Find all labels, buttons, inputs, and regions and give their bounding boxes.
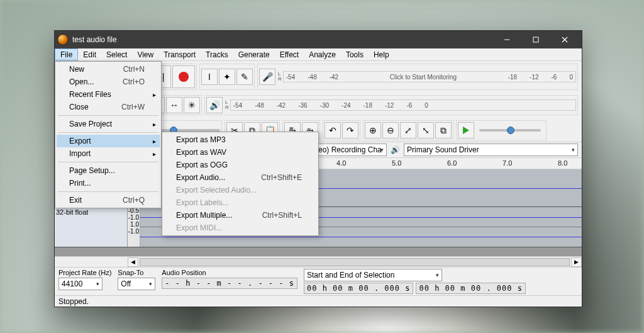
- export-menu-item: Export Selected Audio...: [164, 184, 317, 196]
- zoom-toggle-icon[interactable]: ⧉: [435, 122, 452, 138]
- fit-project-icon[interactable]: ⤡: [418, 122, 434, 138]
- playback-meter[interactable]: -54-48-42-36-30-24-18-12-60: [230, 99, 576, 111]
- file-menu-item[interactable]: Import: [57, 147, 160, 160]
- file-menu-item[interactable]: Export: [57, 135, 160, 147]
- file-menu-item[interactable]: ExitCtrl+Q: [57, 194, 160, 206]
- file-menu-item[interactable]: Save Project: [57, 118, 160, 130]
- track-control-panel[interactable]: 32-bit float: [55, 207, 128, 247]
- status-text: Stopped.: [58, 297, 89, 306]
- selection-toolbar: Project Rate (Hz) 44100 Snap-To Off Audi…: [55, 267, 582, 295]
- menu-analyze[interactable]: Analyze: [304, 48, 341, 60]
- multi-tool-icon[interactable]: ✳: [184, 97, 200, 113]
- export-menu-item[interactable]: Export as WAV: [164, 146, 317, 159]
- app-window: test audio file File Edit Select View Tr…: [54, 30, 582, 307]
- app-icon: [57, 34, 69, 45]
- selection-start-value[interactable]: 00 h 00 m 00 . 000 s: [304, 283, 414, 294]
- audio-position-label: Audio Position: [162, 269, 297, 276]
- lr-label-play: LR: [225, 100, 229, 110]
- menu-tracks[interactable]: Tracks: [201, 48, 233, 60]
- project-rate-combo[interactable]: 44100: [58, 278, 103, 290]
- output-icon: 🔊: [391, 145, 400, 154]
- file-menu-item[interactable]: NewCtrl+N: [57, 63, 160, 76]
- track-format-label: 32-bit float: [56, 208, 126, 216]
- selection-tool-icon[interactable]: I: [201, 69, 218, 85]
- scroll-left-icon[interactable]: ◀: [128, 257, 138, 267]
- menu-transport[interactable]: Transport: [158, 48, 201, 60]
- window-title: test audio file: [72, 35, 117, 44]
- project-rate-label: Project Rate (Hz): [58, 269, 111, 276]
- play-at-speed-button[interactable]: [458, 122, 474, 138]
- envelope-tool-icon[interactable]: ✦: [219, 69, 235, 85]
- fit-selection-icon[interactable]: ⤢: [400, 122, 416, 138]
- menu-edit[interactable]: Edit: [78, 48, 101, 60]
- file-menu-item[interactable]: Open...Ctrl+O: [57, 76, 160, 88]
- audio-position-value[interactable]: - - h - - m - - . - - - s: [162, 278, 297, 289]
- minimize-button[interactable]: [492, 31, 521, 48]
- menu-effect[interactable]: Effect: [275, 48, 304, 60]
- horizontal-scrollbar[interactable]: ◀ ▶: [55, 256, 582, 267]
- record-button[interactable]: [172, 65, 195, 88]
- snap-to-label: Snap-To: [118, 269, 155, 276]
- export-menu-item[interactable]: Export Audio...Ctrl+Shift+E: [164, 171, 317, 184]
- scroll-right-icon[interactable]: ▶: [571, 257, 582, 267]
- menu-file[interactable]: File: [55, 48, 78, 60]
- undo-icon[interactable]: ↶: [325, 122, 341, 138]
- svg-rect-1: [533, 37, 538, 42]
- export-menu-item[interactable]: Export as OGG: [164, 159, 317, 171]
- status-bar: Stopped.: [55, 295, 582, 307]
- export-menu-item[interactable]: Export Multiple...Ctrl+Shift+L: [164, 209, 317, 222]
- track-vscale: -0.5-1.01.0-1.0: [128, 207, 140, 247]
- close-button[interactable]: [550, 31, 579, 48]
- play-speed-slider[interactable]: [479, 129, 541, 132]
- maximize-button[interactable]: [521, 31, 550, 48]
- mic-icon[interactable]: 🎤: [259, 69, 275, 85]
- speaker-icon[interactable]: 🔊: [206, 97, 223, 113]
- menu-generate[interactable]: Generate: [233, 48, 275, 60]
- menu-select[interactable]: Select: [101, 48, 132, 60]
- lr-label: LR: [278, 72, 282, 82]
- selection-mode-combo[interactable]: Start and End of Selection: [304, 269, 442, 281]
- export-menu-item: Export MIDI...: [164, 222, 317, 234]
- snap-to-combo[interactable]: Off: [118, 278, 155, 290]
- zoom-in-icon[interactable]: ⊕: [365, 122, 381, 138]
- export-submenu: Export as MP3Export as WAVExport as OGGE…: [162, 132, 319, 236]
- file-menu-dropdown: NewCtrl+NOpen...Ctrl+ORecent FilesCloseC…: [55, 61, 162, 208]
- draw-tool-icon[interactable]: ✎: [236, 69, 253, 85]
- export-menu-item[interactable]: Export as MP3: [164, 133, 317, 146]
- recording-meter[interactable]: -54 -48 -42 Click to Start Monitoring -1…: [283, 71, 576, 82]
- file-menu-item[interactable]: Recent Files: [57, 88, 160, 101]
- menu-help[interactable]: Help: [369, 48, 394, 60]
- file-menu-item[interactable]: CloseCtrl+W: [57, 101, 160, 113]
- export-menu-item: Export Labels...: [164, 196, 317, 209]
- file-menu-item[interactable]: Page Setup...: [57, 164, 160, 177]
- selection-end-value[interactable]: 00 h 00 m 00 . 000 s: [416, 283, 526, 294]
- redo-icon[interactable]: ↷: [342, 122, 358, 138]
- menubar: File Edit Select View Transport Tracks G…: [55, 48, 582, 61]
- zoom-out-icon[interactable]: ⊖: [382, 122, 399, 138]
- menu-tools[interactable]: Tools: [341, 48, 369, 60]
- titlebar: test audio file: [55, 31, 582, 48]
- file-menu-item[interactable]: Print...: [57, 177, 160, 189]
- timeshift-tool-icon[interactable]: ↔: [166, 97, 182, 113]
- output-device-combo[interactable]: Primary Sound Driver: [404, 144, 578, 156]
- menu-view[interactable]: View: [132, 48, 158, 60]
